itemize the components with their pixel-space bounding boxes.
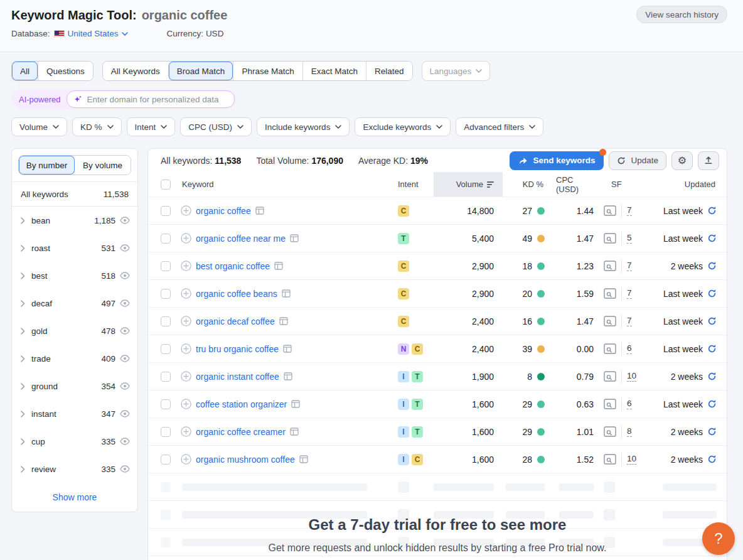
- keyword-details-icon[interactable]: [291, 400, 300, 408]
- match-type-tab-exact-match[interactable]: Exact Match: [302, 62, 366, 80]
- match-type-tab-all[interactable]: All: [12, 62, 38, 80]
- add-to-list-icon[interactable]: [181, 233, 191, 244]
- refresh-icon[interactable]: [707, 399, 717, 409]
- refresh-icon[interactable]: [707, 289, 717, 298]
- row-checkbox[interactable]: [161, 206, 171, 216]
- sidebar-group-item-trade[interactable]: trade 409: [12, 345, 137, 372]
- keyword-details-icon[interactable]: [274, 262, 283, 270]
- column-header-kd[interactable]: KD %: [503, 172, 556, 197]
- row-checkbox[interactable]: [161, 289, 171, 299]
- filter-dropdown-cpc-usd[interactable]: CPC (USD): [180, 117, 252, 136]
- keyword-details-icon[interactable]: [299, 455, 308, 463]
- sf-count[interactable]: 7: [627, 316, 632, 326]
- row-checkbox[interactable]: [161, 455, 171, 465]
- filter-dropdown-include-keywords[interactable]: Include keywords: [257, 117, 350, 136]
- row-checkbox[interactable]: [161, 234, 171, 244]
- eye-icon[interactable]: [120, 410, 130, 417]
- eye-icon[interactable]: [120, 299, 130, 307]
- keyword-link[interactable]: organic coffee: [196, 206, 251, 216]
- filter-dropdown-exclude-keywords[interactable]: Exclude keywords: [355, 117, 451, 136]
- sf-count[interactable]: 10: [627, 371, 636, 382]
- table-settings-button[interactable]: ⚙: [671, 151, 693, 170]
- keyword-link[interactable]: best organic coffee: [196, 261, 270, 271]
- sidebar-group-item-instant[interactable]: instant 347: [12, 400, 137, 428]
- sidebar-group-item-roast[interactable]: roast 531: [12, 234, 137, 262]
- serp-preview-icon[interactable]: [604, 343, 616, 354]
- sf-count[interactable]: 7: [627, 288, 632, 299]
- view-search-history-button[interactable]: View search history: [636, 6, 727, 23]
- eye-icon[interactable]: [120, 244, 130, 252]
- match-type-tab-broad-match[interactable]: Broad Match: [168, 62, 233, 80]
- refresh-icon[interactable]: [707, 427, 717, 436]
- export-button[interactable]: [698, 151, 719, 170]
- eye-icon[interactable]: [120, 438, 130, 445]
- keyword-link[interactable]: coffee station organizer: [196, 399, 287, 409]
- add-to-list-icon[interactable]: [181, 454, 191, 465]
- match-type-tab-all-keywords[interactable]: All Keywords: [103, 62, 168, 80]
- sf-count[interactable]: 8: [627, 426, 632, 437]
- add-to-list-icon[interactable]: [181, 205, 191, 216]
- keyword-details-icon[interactable]: [290, 428, 299, 436]
- sidebar-group-item-ground[interactable]: ground 354: [12, 372, 137, 400]
- eye-icon[interactable]: [120, 355, 130, 362]
- show-more-link[interactable]: Show more: [12, 483, 137, 512]
- row-checkbox[interactable]: [161, 344, 171, 354]
- domain-input[interactable]: [87, 95, 228, 104]
- row-checkbox[interactable]: [161, 261, 171, 271]
- refresh-icon[interactable]: [707, 344, 717, 353]
- serp-preview-icon[interactable]: [604, 316, 616, 326]
- serp-preview-icon[interactable]: [604, 454, 616, 465]
- serp-preview-icon[interactable]: [604, 288, 616, 299]
- keyword-details-icon[interactable]: [279, 317, 288, 325]
- sf-count[interactable]: 10: [627, 454, 636, 465]
- keyword-link[interactable]: organic mushroom coffee: [196, 455, 295, 465]
- help-button[interactable]: ?: [702, 522, 735, 555]
- serp-preview-icon[interactable]: [604, 399, 616, 409]
- sidebar-group-item-cup[interactable]: cup 335: [12, 428, 137, 455]
- sf-count[interactable]: 7: [627, 205, 632, 216]
- filter-dropdown-volume[interactable]: Volume: [11, 117, 67, 136]
- match-type-tab-phrase-match[interactable]: Phrase Match: [233, 62, 302, 80]
- add-to-list-icon[interactable]: [181, 426, 191, 437]
- refresh-icon[interactable]: [707, 206, 717, 215]
- column-header-keyword[interactable]: Keyword: [178, 172, 393, 197]
- row-checkbox[interactable]: [161, 372, 171, 382]
- add-to-list-icon[interactable]: [181, 371, 191, 382]
- sidebar-group-item-decaf[interactable]: decaf 497: [12, 289, 137, 317]
- keyword-link[interactable]: organic decaf coffee: [196, 316, 275, 326]
- add-to-list-icon[interactable]: [181, 316, 191, 326]
- column-header-volume[interactable]: Volume: [434, 172, 503, 197]
- refresh-icon[interactable]: [707, 261, 717, 271]
- serp-preview-icon[interactable]: [604, 371, 616, 382]
- sf-count[interactable]: 6: [627, 343, 632, 354]
- match-type-tab-related[interactable]: Related: [366, 62, 412, 80]
- row-checkbox[interactable]: [161, 427, 171, 437]
- refresh-icon[interactable]: [707, 372, 717, 381]
- sidebar-group-item-bean[interactable]: bean 1,185: [12, 207, 137, 234]
- sf-count[interactable]: 7: [627, 261, 632, 271]
- serp-preview-icon[interactable]: [604, 205, 616, 216]
- add-to-list-icon[interactable]: [181, 288, 191, 299]
- serp-preview-icon[interactable]: [604, 233, 616, 244]
- keyword-link[interactable]: organic instant coffee: [196, 372, 279, 382]
- keyword-details-icon[interactable]: [284, 372, 292, 380]
- select-all-checkbox[interactable]: [161, 180, 171, 190]
- keyword-details-icon[interactable]: [283, 345, 292, 353]
- keyword-link[interactable]: organic coffee beans: [196, 289, 277, 299]
- keyword-details-icon[interactable]: [290, 234, 299, 242]
- match-type-tab-questions[interactable]: Questions: [38, 62, 93, 80]
- eye-icon[interactable]: [120, 465, 130, 473]
- filter-dropdown-kd[interactable]: KD %: [72, 117, 122, 136]
- filter-dropdown-intent[interactable]: Intent: [127, 117, 176, 136]
- sf-count[interactable]: 5: [627, 233, 632, 244]
- row-checkbox[interactable]: [161, 399, 171, 409]
- keyword-link[interactable]: organic coffee creamer: [196, 427, 286, 437]
- add-to-list-icon[interactable]: [181, 399, 191, 409]
- eye-icon[interactable]: [120, 272, 130, 279]
- serp-preview-icon[interactable]: [604, 261, 616, 271]
- column-header-sf[interactable]: SF: [600, 172, 644, 197]
- sidebar-all-keywords-row[interactable]: All keywords 11,538: [12, 181, 137, 207]
- refresh-icon[interactable]: [707, 234, 717, 243]
- sidebar-sort-tab-by-number[interactable]: By number: [19, 156, 75, 175]
- keyword-link[interactable]: organic coffee near me: [196, 234, 286, 244]
